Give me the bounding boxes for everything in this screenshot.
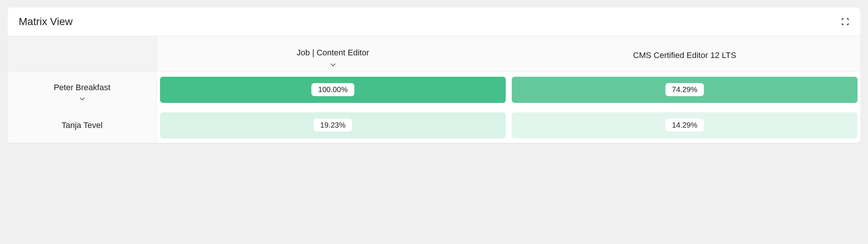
matrix-grid: Job | Content Editor CMS Certified Edito… <box>7 36 861 143</box>
percent-bar: 100.00% <box>160 77 506 103</box>
column-header-label: CMS Certified Editor 12 LTS <box>633 51 736 60</box>
matrix-cell[interactable]: 100.00% <box>157 72 509 107</box>
row-header-peter[interactable]: Peter Breakfast <box>7 72 157 107</box>
percent-badge: 14.29% <box>665 119 704 132</box>
matrix-cell[interactable]: 19.23% <box>157 107 509 143</box>
matrix-cell[interactable]: 14.29% <box>509 107 861 143</box>
page-title: Matrix View <box>19 16 73 28</box>
card-header: Matrix View <box>7 7 861 36</box>
percent-badge: 19.23% <box>314 119 353 132</box>
corner-cell <box>7 36 157 72</box>
percent-badge: 74.29% <box>665 83 704 96</box>
column-header-job[interactable]: Job | Content Editor <box>157 36 509 72</box>
column-header-label: Job | Content Editor <box>296 48 369 58</box>
column-header-cms[interactable]: CMS Certified Editor 12 LTS <box>509 36 861 72</box>
row-header-label: Tanja Tevel <box>62 121 103 130</box>
percent-badge: 100.00% <box>311 83 354 96</box>
percent-bar: 19.23% <box>160 112 506 138</box>
percent-bar: 14.29% <box>512 112 858 138</box>
expand-icon[interactable] <box>841 18 849 26</box>
matrix-view-card: Matrix View Job | Content Editor CMS Cer… <box>7 7 861 143</box>
chevron-down-icon <box>79 93 85 97</box>
percent-bar: 74.29% <box>512 77 858 103</box>
matrix-cell[interactable]: 74.29% <box>509 72 861 107</box>
row-header-label: Peter Breakfast <box>54 83 111 92</box>
chevron-down-icon <box>330 59 336 63</box>
row-header-tanja[interactable]: Tanja Tevel <box>7 107 157 143</box>
